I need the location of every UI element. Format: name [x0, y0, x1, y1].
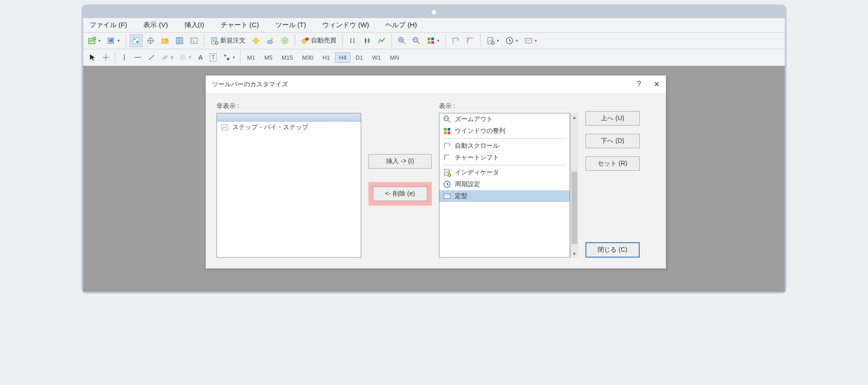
terminal-button[interactable]: [188, 34, 200, 47]
candle-chart-button[interactable]: [361, 34, 373, 47]
menu-tool[interactable]: ツール (T): [273, 20, 309, 30]
hidden-item-step[interactable]: ステップ・バイ・ステップ: [217, 122, 361, 133]
crosshair-button[interactable]: [144, 34, 157, 47]
period-h1[interactable]: H1: [318, 52, 334, 63]
navigator-icon: [175, 37, 184, 45]
candlestick-icon: [363, 37, 371, 45]
dialog-help-button[interactable]: ?: [637, 80, 641, 89]
menu-insert[interactable]: 挿入(I): [182, 20, 207, 30]
move-down-button[interactable]: 下へ (D): [585, 134, 640, 148]
frame-titlebar: [83, 6, 785, 18]
shown-item-chart-shift[interactable]: チャートシフト: [439, 152, 570, 164]
data-window-button[interactable]: [159, 34, 171, 47]
dialog-close-button[interactable]: ✕: [654, 80, 660, 89]
options-button[interactable]: [264, 34, 277, 47]
profiles-button[interactable]: ▾: [105, 34, 122, 47]
metaeditor-button[interactable]: [250, 34, 262, 47]
trendline-icon: [147, 53, 156, 61]
chart-shift-icon: [443, 154, 451, 162]
period-d1[interactable]: D1: [351, 52, 367, 63]
navigator-button[interactable]: [173, 34, 186, 47]
close-button[interactable]: 閉じる (C): [585, 242, 640, 258]
zoom-out-icon: [443, 115, 451, 123]
trendline-button[interactable]: [145, 51, 158, 64]
horizontal-line-button[interactable]: [132, 51, 144, 64]
os-window-frame: ファイル (F) 表示 (V) 挿入(I) チャート (C) ツール (T) ウ…: [81, 5, 787, 294]
list-item-label: ウインドウの整列: [455, 127, 505, 135]
crosshair-tool-button[interactable]: [99, 51, 112, 64]
period-m15[interactable]: M15: [278, 52, 297, 63]
shown-item-auto-scroll[interactable]: 自動スクロール: [439, 140, 570, 152]
clock-icon: [505, 37, 514, 45]
separator: [445, 34, 446, 47]
crosshair-icon: [146, 37, 155, 45]
zoom-out-button[interactable]: [410, 34, 423, 47]
bar-chart-button[interactable]: [346, 34, 359, 47]
hidden-listbox[interactable]: ステップ・バイ・ステップ: [217, 113, 361, 258]
dialog-title: ツールバーのカスタマイズ: [212, 80, 288, 89]
shown-item-period-set[interactable]: 周期設定: [439, 178, 570, 190]
auto-trading-button[interactable]: 自動売買: [299, 34, 339, 47]
signals-button[interactable]: [278, 34, 291, 47]
text-label-button[interactable]: A: [195, 51, 207, 64]
diamond-icon: [252, 37, 260, 45]
svg-rect-36: [444, 128, 447, 131]
chart-shift-button[interactable]: [464, 34, 476, 47]
dropdown-caret-icon: ▾: [233, 55, 235, 60]
new-order-button[interactable]: 新規注文: [208, 34, 248, 47]
period-h4[interactable]: H4: [335, 52, 351, 63]
text-box-button[interactable]: T: [208, 51, 219, 64]
shown-item-zoom-out[interactable]: ズームアウト: [439, 113, 570, 125]
zoom-in-button[interactable]: [396, 34, 408, 47]
move-up-button[interactable]: 上へ (U): [585, 111, 640, 126]
equidistant-channel-button[interactable]: E: [159, 51, 176, 64]
templates-button[interactable]: ▾: [522, 34, 539, 47]
menu-help[interactable]: ヘルプ (H): [382, 20, 420, 30]
period-m30[interactable]: M30: [298, 52, 317, 63]
menu-chart[interactable]: チャート (C): [218, 20, 262, 30]
tile-windows-button[interactable]: ▾: [425, 34, 442, 47]
periodicity-button[interactable]: ▾: [503, 34, 520, 47]
terminal-icon: [190, 37, 198, 45]
tile-icon: [443, 127, 451, 135]
separator: [204, 34, 204, 47]
remove-button[interactable]: <- 削除 (e): [373, 187, 427, 201]
fibonacci-button[interactable]: F: [177, 51, 194, 64]
menu-view[interactable]: 表示 (V): [141, 20, 170, 30]
scroll-up-icon[interactable]: ▴: [571, 113, 578, 121]
folder-star-icon: [161, 37, 169, 45]
shown-item-indicator[interactable]: インディケータ: [439, 167, 570, 178]
scrollbar[interactable]: ▴ ▾: [570, 113, 578, 258]
period-m1[interactable]: M1: [243, 52, 259, 63]
indicators-button[interactable]: ▾: [484, 34, 501, 47]
list-item-label: ズームアウト: [455, 115, 493, 123]
dropdown-caret-icon: ▾: [118, 38, 120, 43]
line-chart-button[interactable]: [375, 34, 388, 47]
shown-listbox[interactable]: ズームアウト ウインドウの整列 自動スクロール: [439, 113, 570, 258]
list-separator: [443, 138, 566, 139]
new-chart-button[interactable]: ▾: [86, 34, 103, 47]
shown-item-template[interactable]: 定型: [439, 190, 570, 202]
vertical-line-button[interactable]: [118, 51, 131, 64]
shown-column: 表示 : ズームアウト ウインドウの整列: [439, 102, 578, 258]
list-item-label: 周期設定: [455, 180, 480, 188]
period-m5[interactable]: M5: [260, 52, 277, 63]
menu-file[interactable]: ファイル (F): [87, 20, 130, 30]
svg-rect-28: [431, 41, 434, 44]
menu-window[interactable]: ウィンドウ (W): [320, 20, 372, 30]
period-w1[interactable]: W1: [368, 52, 385, 63]
insert-button[interactable]: 挿入 -> (I): [368, 154, 432, 169]
market-watch-button[interactable]: [130, 34, 142, 47]
separator: [392, 34, 392, 47]
shown-item-arrange[interactable]: ウインドウの整列: [439, 125, 570, 137]
auto-scroll-button[interactable]: [449, 34, 462, 47]
list-header: [217, 113, 361, 122]
profile-icon: [107, 37, 115, 45]
arrows-button[interactable]: ▾: [220, 51, 237, 64]
scroll-down-icon[interactable]: ▾: [571, 249, 578, 258]
period-mn[interactable]: MN: [386, 52, 403, 63]
set-button[interactable]: セット (R): [585, 156, 640, 171]
scroll-thumb[interactable]: [571, 172, 577, 244]
chart-workspace: ツールバーのカスタマイズ ? ✕ 非表示 : ステ: [83, 66, 785, 292]
cursor-button[interactable]: [86, 51, 99, 64]
